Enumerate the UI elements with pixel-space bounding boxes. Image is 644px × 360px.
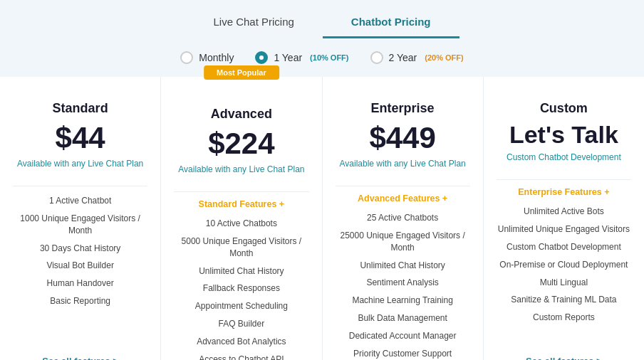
radio-yearly	[255, 51, 268, 64]
feature-advanced-5: FAQ Builder	[174, 317, 308, 332]
feature-standard-5: Basic Reporting	[13, 294, 147, 309]
billing-yearly[interactable]: 1 Year (10% OFF)	[255, 51, 348, 64]
feature-enterprise-7: Priority Customer Support	[336, 346, 470, 360]
feature-custom-2: Custom Chatbot Development	[497, 240, 631, 255]
feature-enterprise-4: Machine Learning Training	[336, 293, 470, 308]
feature-enterprise-0: 25 Active Chatbots	[336, 211, 470, 226]
features-header-advanced: Standard Features +	[174, 199, 308, 209]
radio-biennial	[370, 51, 383, 64]
plan-price-enterprise: $449	[336, 122, 470, 154]
see-all-standard[interactable]: See all features >	[13, 346, 147, 360]
plan-name-standard: Standard	[13, 101, 147, 116]
feature-standard-4: Human Handover	[13, 276, 147, 291]
divider-standard	[13, 186, 147, 186]
feature-custom-6: Custom Reports	[497, 310, 631, 325]
billing-monthly-label: Monthly	[199, 52, 234, 63]
feature-advanced-0: 10 Active Chatbots	[174, 216, 308, 231]
feature-list-standard: 1 Active Chatbot 1000 Unique Engaged Vis…	[13, 194, 147, 309]
features-header-custom: Enterprise Features +	[497, 187, 631, 197]
feature-advanced-6: Advanced Bot Analytics	[174, 334, 308, 349]
card-enterprise: Enterprise $449 Available with any Live …	[323, 77, 484, 360]
billing-biennial-label: 2 Year	[389, 52, 417, 63]
feature-enterprise-1: 25000 Unique Engaged Visitors / Month	[336, 228, 470, 255]
feature-custom-5: Sanitize & Training ML Data	[497, 292, 631, 307]
feature-custom-1: Unlimited Unique Engaged Visitors	[497, 222, 631, 237]
tab-bar: Live Chat Pricing Chatbot Pricing	[0, 0, 644, 38]
plan-name-custom: Custom	[497, 101, 631, 116]
feature-custom-0: Unlimited Active Bots	[497, 204, 631, 219]
cards-container: Standard $44 Available with any Live Cha…	[0, 77, 644, 360]
card-advanced: Most Popular Advanced $224 Available wit…	[161, 77, 322, 360]
plan-subtitle-custom: Custom Chatbot Development	[497, 152, 631, 162]
feature-custom-3: On-Premise or Cloud Deployment	[497, 258, 631, 272]
billing-yearly-label: 1 Year	[274, 52, 302, 63]
feature-enterprise-3: Sentiment Analysis	[336, 275, 470, 290]
feature-list-custom: Unlimited Active Bots Unlimited Unique E…	[497, 204, 631, 325]
most-popular-badge: Most Popular	[204, 65, 279, 80]
feature-standard-0: 1 Active Chatbot	[13, 194, 147, 208]
radio-monthly	[180, 51, 193, 64]
divider-custom	[497, 179, 631, 180]
plan-name-advanced: Advanced	[174, 107, 308, 122]
feature-advanced-7: Access to Chatbot API	[174, 352, 308, 360]
plan-price-advanced: $224	[174, 127, 308, 160]
plan-subtitle-standard: Available with any Live Chat Plan	[13, 159, 147, 169]
features-header-enterprise: Advanced Features +	[336, 194, 470, 203]
feature-advanced-3: Fallback Responses	[174, 281, 308, 296]
feature-advanced-4: Appointment Scheduling	[174, 299, 308, 314]
feature-standard-1: 1000 Unique Engaged Visitors / Month	[13, 211, 147, 238]
billing-monthly[interactable]: Monthly	[180, 51, 234, 64]
yearly-discount: (10% OFF)	[310, 53, 348, 62]
plan-subtitle-advanced: Available with any Live Chat Plan	[174, 164, 308, 174]
feature-enterprise-2: Unlimited Chat History	[336, 258, 470, 273]
divider-enterprise	[336, 186, 470, 186]
feature-standard-2: 30 Days Chat History	[13, 241, 147, 256]
billing-row: Monthly 1 Year (10% OFF) 2 Year (20% OFF…	[0, 38, 644, 77]
feature-standard-3: Visual Bot Builder	[13, 258, 147, 273]
biennial-discount: (20% OFF)	[425, 53, 463, 62]
feature-advanced-1: 5000 Unique Engaged Visitors / Month	[174, 234, 308, 261]
card-custom: Custom Let's Talk Custom Chatbot Develop…	[484, 77, 644, 360]
plan-price-standard: $44	[13, 122, 147, 154]
card-standard: Standard $44 Available with any Live Cha…	[0, 77, 161, 360]
feature-custom-4: Multi Lingual	[497, 275, 631, 290]
feature-list-advanced: 10 Active Chatbots 5000 Unique Engaged V…	[174, 216, 308, 360]
tab-live-chat[interactable]: Live Chat Pricing	[185, 7, 322, 38]
plan-price-custom: Let's Talk	[497, 122, 631, 148]
billing-biennial[interactable]: 2 Year (20% OFF)	[370, 51, 464, 64]
feature-list-enterprise: 25 Active Chatbots 25000 Unique Engaged …	[336, 211, 470, 360]
plan-name-enterprise: Enterprise	[336, 101, 470, 116]
plan-subtitle-enterprise: Available with any Live Chat Plan	[336, 159, 470, 169]
divider-advanced	[174, 191, 308, 192]
feature-enterprise-6: Dedicated Account Manager	[336, 329, 470, 344]
feature-enterprise-5: Bulk Data Management	[336, 311, 470, 326]
see-all-custom[interactable]: See all features >	[497, 346, 631, 360]
tab-chatbot[interactable]: Chatbot Pricing	[323, 7, 459, 38]
feature-advanced-2: Unlimited Chat History	[174, 264, 308, 279]
